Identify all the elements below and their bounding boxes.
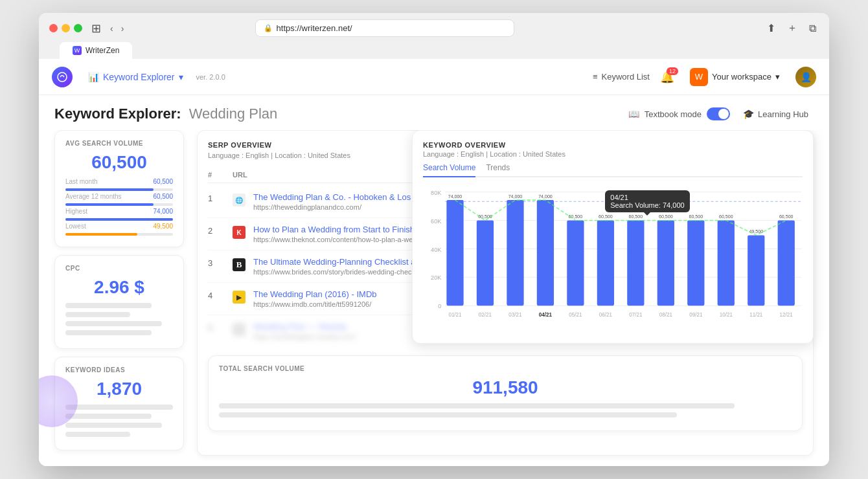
tab-search-volume[interactable]: Search Volume (423, 163, 475, 177)
url-text: https://writerzen.net/ (277, 23, 352, 33)
lock-icon: 🔒 (264, 24, 273, 32)
kw-overview-title: KEYWORD OVERVIEW (423, 141, 803, 149)
toggle-knob (718, 109, 729, 119)
main-content: AVG SEARCH VOLUME 60,500 Last month 60,5… (39, 130, 829, 466)
svg-rect-21 (567, 220, 584, 306)
rank-4: 4 (208, 289, 227, 300)
ki-skeleton-3 (65, 423, 162, 428)
tab-trends[interactable]: Trends (486, 163, 510, 176)
browser-toolbar-right: ⬆ ＋ ⧉ (764, 20, 819, 36)
avg12-label: Average 12 months (65, 193, 122, 200)
windows-button[interactable]: ⧉ (806, 21, 819, 36)
address-bar[interactable]: 🔒 https://writerzen.net/ (255, 19, 514, 37)
keyword-explorer-nav[interactable]: 📊 Keyword Explorer ▾ (83, 69, 188, 85)
svg-rect-33 (748, 235, 764, 306)
svg-text:60,500: 60,500 (659, 214, 673, 219)
highest-bar-fill (65, 218, 173, 221)
version-badge: ver. 2.0.0 (196, 73, 225, 81)
svg-rect-29 (687, 220, 704, 306)
learning-hub-icon: 🎓 (743, 109, 754, 119)
avg12-bar (65, 203, 173, 206)
favicon-2: K (233, 226, 246, 239)
kw-overview-meta: Language : English | Location : United S… (423, 150, 803, 158)
tab-favicon: W (73, 46, 82, 55)
traffic-lights (49, 24, 82, 32)
textbook-toggle-switch[interactable] (707, 107, 730, 120)
close-button[interactable] (49, 24, 58, 32)
rank-3: 3 (208, 257, 227, 268)
browser-tab[interactable]: W WriterZen (60, 42, 132, 59)
app-logo[interactable] (52, 67, 73, 87)
user-avatar[interactable]: 👤 (795, 67, 816, 87)
svg-text:04/21: 04/21 (539, 312, 553, 318)
list-icon: ≡ (593, 72, 598, 82)
nav-buttons: ‹ › (108, 22, 126, 35)
page-title: Keyword Explorer: Wedding Plan (54, 106, 277, 122)
share-button[interactable]: ⬆ (764, 21, 778, 36)
svg-rect-14 (477, 220, 494, 306)
notification-button[interactable]: 🔔 12 (660, 70, 674, 84)
tab-title: WriterZen (86, 46, 119, 55)
browser-tab-row: W WriterZen (49, 42, 819, 59)
chart-container: 04/21 Search Volume: 74,000 80K 60K 40K … (423, 184, 803, 333)
new-tab-button[interactable]: ＋ (784, 20, 800, 36)
last-month-value: 60,500 (153, 178, 173, 185)
rank-2: 2 (208, 225, 227, 236)
avg-search-volume-card: AVG SEARCH VOLUME 60,500 Last month 60,5… (54, 130, 184, 247)
header-right: ≡ Keyword List 🔔 12 W Your workspace ▾ 👤 (593, 65, 816, 89)
svg-text:07/21: 07/21 (629, 312, 643, 318)
back-button[interactable]: ‹ (108, 22, 116, 35)
forward-button[interactable]: › (119, 22, 127, 35)
svg-text:80K: 80K (431, 190, 442, 196)
svg-rect-16 (507, 200, 523, 306)
cpc-value: 2.96 $ (65, 277, 173, 298)
svg-rect-25 (627, 220, 644, 306)
svg-text:11/21: 11/21 (749, 312, 763, 318)
textbook-icon: 📖 (628, 109, 639, 119)
metric-row-last-month: Last month 60,500 (65, 178, 173, 185)
svg-text:03/21: 03/21 (508, 312, 522, 318)
notification-badge: 12 (667, 67, 678, 75)
textbook-mode-toggle[interactable]: 📖 Textbook mode (628, 107, 730, 120)
svg-text:02/21: 02/21 (479, 312, 492, 318)
workspace-button[interactable]: W Your workspace ▾ (685, 65, 785, 89)
svg-text:60,500: 60,500 (599, 214, 613, 219)
lowest-bar-fill (65, 233, 137, 236)
metric-row-lowest: Lowest 49,500 (65, 223, 173, 230)
svg-point-0 (58, 72, 67, 82)
highest-label: Highest (65, 208, 87, 215)
tsv-skeleton-1 (219, 403, 735, 408)
favicon-5 (233, 323, 246, 336)
lowest-bar (65, 233, 173, 236)
svg-text:74,000: 74,000 (508, 194, 523, 199)
ki-skeleton-4 (65, 432, 130, 437)
svg-text:74,000: 74,000 (448, 194, 463, 199)
svg-text:60,500: 60,500 (779, 214, 794, 219)
minimize-button[interactable] (62, 24, 70, 32)
svg-rect-35 (778, 220, 795, 306)
cpc-title: CPC (65, 265, 173, 272)
app-content: 📊 Keyword Explorer ▾ ver. 2.0.0 ≡ Keywor… (39, 59, 829, 466)
last-month-bar-fill (65, 188, 154, 191)
sidebar-toggle-button[interactable]: ⊞ (91, 21, 101, 36)
maximize-button[interactable] (74, 24, 82, 32)
nav-dropdown-icon: ▾ (179, 72, 183, 82)
svg-text:60,500: 60,500 (719, 214, 733, 219)
avg-sv-rows: Last month 60,500 Average 12 months 60,5… (65, 178, 173, 236)
app-header: 📊 Keyword Explorer ▾ ver. 2.0.0 ≡ Keywor… (39, 59, 829, 95)
highest-bar (65, 218, 173, 221)
svg-text:05/21: 05/21 (569, 312, 582, 318)
metric-row-avg12: Average 12 months 60,500 (65, 193, 173, 200)
lowest-value: 49,500 (153, 223, 173, 230)
last-month-label: Last month (65, 178, 97, 185)
svg-text:74,000: 74,000 (538, 194, 553, 199)
favicon-3: B (233, 258, 246, 271)
avg-sv-value: 60,500 (65, 152, 173, 173)
svg-text:10/21: 10/21 (720, 312, 733, 318)
chart-svg: 80K 60K 40K 20K 0 (423, 184, 803, 333)
learning-hub-button[interactable]: 🎓 Learning Hub (738, 106, 814, 122)
workspace-label: Your workspace (712, 72, 771, 82)
total-sv-title: TOTAL SEARCH VOLUME (219, 365, 792, 372)
keyword-list-button[interactable]: ≡ Keyword List (593, 72, 650, 82)
svg-rect-12 (446, 200, 463, 306)
